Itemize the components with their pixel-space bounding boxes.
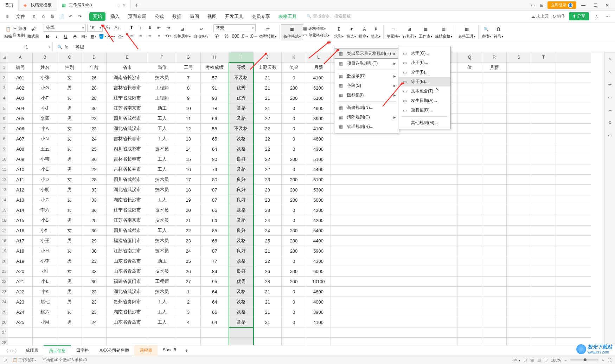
cell-2-4[interactable]: 湖南省长沙市 (107, 73, 148, 83)
cell-27-8[interactable] (229, 327, 254, 338)
menu1-item-0[interactable]: ▦ 突出显示单元格规则(H) ▶ (334, 48, 399, 59)
cell-9-3[interactable]: 25 (82, 144, 107, 154)
cell-2-8[interactable]: 不及格 (229, 73, 254, 83)
sheet-nav-next-icon[interactable]: › (12, 348, 14, 353)
cell-3-5[interactable]: 工程师 (148, 83, 176, 93)
menu2-item-0[interactable]: ▭ 大于(G)... (398, 48, 450, 58)
menu2-item-4[interactable]: ▭ 文本包含(T)... (398, 86, 450, 96)
cell-5-10[interactable]: 0 (282, 103, 306, 113)
cell-19-4[interactable]: 江苏省南京市 (107, 246, 148, 256)
type-convert-button[interactable]: ⇄ 类型转换▾ (258, 25, 278, 39)
underline-icon[interactable]: U (62, 33, 70, 40)
cell-14-5[interactable]: 工人 (148, 195, 176, 205)
cell-25-2[interactable]: 女 (57, 307, 82, 317)
cell-21-1[interactable]: 小I (33, 266, 57, 277)
menu2-item-2[interactable]: ▭ 介于(B)... (398, 67, 450, 77)
cell-style-button[interactable]: 单元格样式▾ (308, 33, 329, 38)
cell-26-1[interactable]: 小M (33, 317, 57, 327)
row-header-8[interactable]: 8 (0, 134, 8, 144)
cell-23-6[interactable]: 1 (176, 287, 201, 297)
print-icon[interactable]: 🖶 (49, 13, 56, 20)
cell-28-11[interactable] (306, 338, 331, 345)
cell-19-6[interactable]: 24 (176, 246, 201, 256)
cell-12-9[interactable]: 23 (254, 175, 282, 185)
undo-icon[interactable]: ↶ (67, 13, 75, 20)
cell-6-2[interactable]: 男 (57, 113, 82, 124)
sheet-tab-3[interactable]: XXX公司销售额 (94, 345, 134, 356)
fill-color-icon[interactable]: 🪣▾ (98, 33, 106, 40)
cell-20-6[interactable]: 25 (176, 256, 201, 266)
cell-28-0[interactable] (8, 338, 33, 345)
cell-27-2[interactable] (57, 327, 82, 338)
cell-21-7[interactable]: 89 (201, 266, 229, 277)
italic-icon[interactable]: I (53, 33, 60, 40)
cell-26-3[interactable]: 24 (82, 317, 107, 327)
cell-15-11[interactable]: 4300 (306, 205, 331, 215)
cell-2-2[interactable]: 女 (57, 73, 82, 83)
col-header-T[interactable]: T (531, 52, 556, 63)
cell-24-1[interactable]: 赵七 (33, 297, 57, 307)
conditional-format-button[interactable]: ▦ 条件格式▾ (281, 24, 303, 40)
align-bot-icon[interactable]: ⬇ (146, 24, 154, 31)
col-header-E[interactable]: E (107, 52, 148, 63)
cell-20-8[interactable]: 及格 (229, 256, 254, 266)
cell-4-4[interactable]: 辽宁省沈阳市 (107, 93, 148, 103)
col-header-F[interactable]: F (148, 52, 176, 63)
font-color-icon[interactable]: A▾ (108, 33, 115, 40)
cell-5-6[interactable]: 10 (176, 103, 201, 113)
cell-22-4[interactable]: 福建省厦门市 (107, 277, 148, 287)
cell-17-10[interactable]: 200 (282, 226, 306, 236)
menu1-item-2[interactable]: ▦ 数据条(D) ▶ (334, 71, 399, 81)
fill-button[interactable]: ⬇填充▾ (370, 25, 382, 39)
sheet-nav-prev-icon[interactable]: ‹ (9, 348, 11, 353)
cell-header-0[interactable]: 编号 (8, 63, 33, 73)
select-all-corner[interactable]: ◢ (0, 52, 8, 63)
cell-16-6[interactable]: 21 (176, 215, 201, 226)
sheet-tab-2[interactable]: 田字格 (71, 345, 94, 356)
view-break-icon[interactable]: ⊟ (544, 358, 547, 362)
cell-17-11[interactable]: 5400 (306, 226, 331, 236)
cell-16-1[interactable]: 小B (33, 215, 57, 226)
menu-pagelayout[interactable]: 页面布局 (124, 12, 150, 21)
cell-8-3[interactable]: 24 (82, 134, 107, 144)
cloud-status[interactable]: ☁ 未上云 (531, 13, 549, 19)
autowrap-button[interactable]: ↩ 自动换行 (192, 25, 210, 39)
cell-11-2[interactable]: 男 (57, 164, 82, 175)
cell-19-7[interactable]: 87 (201, 246, 229, 256)
font-size-select[interactable]: 16 (87, 24, 103, 32)
cell-25-11[interactable]: 3900 (306, 307, 331, 317)
cell-12-8[interactable]: 良好 (229, 175, 254, 185)
bold-icon[interactable]: B (44, 33, 51, 40)
cell-13-1[interactable]: 小明 (33, 185, 57, 195)
cell-23-11[interactable]: 4600 (306, 287, 331, 297)
cell-11-1[interactable]: 小E (33, 164, 57, 175)
cell-27-9[interactable] (254, 327, 282, 338)
cell-3-4[interactable]: 吉林省长春市 (107, 83, 148, 93)
merge-center-button[interactable]: ⊟ 合并居中▾ (172, 25, 192, 39)
view-grid-icon[interactable]: ⊞ (524, 358, 527, 362)
cell-16-9[interactable]: 24 (254, 215, 282, 226)
dec-dec-icon[interactable]: .0← (250, 33, 258, 40)
cell-6-5[interactable]: 工人 (148, 113, 176, 124)
col-header-Q[interactable]: Q (457, 52, 482, 63)
col-header-G[interactable]: G (176, 52, 201, 63)
row-header-6[interactable]: 6 (0, 113, 8, 124)
cell-10-5[interactable]: 工人 (148, 154, 176, 164)
coop-button[interactable]: ↻ 协作 (552, 13, 565, 19)
cell-20-7[interactable]: 77 (201, 256, 229, 266)
col-header-I[interactable]: I (229, 52, 254, 63)
cell-2-6[interactable]: 7 (176, 73, 201, 83)
cell-24-3[interactable]: 23 (82, 297, 107, 307)
cell-25-3[interactable]: 23 (82, 307, 107, 317)
cell-11-5[interactable]: 工人 (148, 164, 176, 175)
cell-11-3[interactable]: 22 (82, 164, 107, 175)
cell-2-11[interactable]: 4100 (306, 73, 331, 83)
zoom-in-button[interactable]: + (602, 358, 604, 362)
command-search[interactable]: 查找命令、搜索模板 (302, 13, 351, 19)
cell-11-4[interactable]: 吉林省长春市 (107, 164, 148, 175)
cell-22-3[interactable]: 30 (82, 277, 107, 287)
font-shrink-icon[interactable]: A↓ (113, 24, 121, 31)
cell-12-7[interactable]: 80 (201, 175, 229, 185)
cell-16-2[interactable]: 男 (57, 215, 82, 226)
cell-5-4[interactable]: 江苏省南京市 (107, 103, 148, 113)
